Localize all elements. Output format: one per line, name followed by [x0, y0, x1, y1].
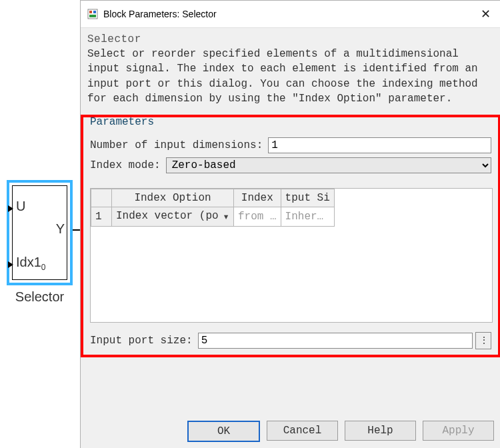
svg-rect-1	[89, 11, 92, 13]
num-input-dimensions-label: Number of input dimensions:	[90, 139, 263, 151]
close-button[interactable]: ✕	[470, 1, 500, 27]
table-corner	[91, 189, 112, 207]
num-input-dimensions-row: Number of input dimensions:	[90, 137, 491, 153]
block-caption: Selector	[7, 289, 73, 305]
table-row[interactable]: 1 Index vector (po▾ from … Inher…	[91, 207, 335, 226]
input-port-size-more-button[interactable]: ⋮	[475, 332, 491, 349]
input-port-size-row: Input port size: ⋮	[90, 332, 491, 349]
block-description: Select or reorder specified elements of …	[87, 47, 494, 107]
index-mode-row: Index mode: Zero-based	[90, 157, 491, 173]
index-option-table[interactable]: Index Option Index tput Si 1 Index vecto…	[90, 188, 493, 323]
index-option-cell[interactable]: Index vector (po▾	[112, 207, 234, 226]
input-port-size-label: Input port size:	[90, 335, 193, 347]
titlebar[interactable]: Block Parameters: Selector ✕	[81, 1, 500, 28]
chevron-down-icon: ▾	[223, 210, 229, 223]
svg-rect-3	[89, 15, 96, 17]
dialog-footer: OK Cancel Help Apply	[187, 421, 494, 442]
close-icon: ✕	[481, 7, 491, 21]
help-button[interactable]: Help	[345, 421, 416, 441]
port-label-idx-text: Idx1	[16, 255, 41, 269]
index-option-cell-text: Index vector (po	[116, 210, 219, 222]
index-cell: from …	[234, 207, 281, 226]
port-label-idx: Idx10	[16, 255, 46, 272]
ok-button[interactable]: OK	[187, 421, 260, 442]
more-icon: ⋮	[479, 335, 488, 346]
col-header-index-option[interactable]: Index Option	[112, 189, 234, 207]
input-port-idx-arrow	[8, 261, 13, 268]
apply-button: Apply	[423, 421, 494, 441]
num-input-dimensions-input[interactable]	[268, 137, 491, 153]
block-parameters-dialog: Block Parameters: Selector ✕ Selector Se…	[80, 0, 500, 448]
port-label-idx-sub: 0	[41, 263, 46, 272]
section-title: Selector	[87, 33, 494, 45]
index-mode-select[interactable]: Zero-based	[166, 157, 491, 173]
col-header-index[interactable]: Index	[234, 189, 281, 207]
selector-block[interactable]: U Y Idx10 Selector	[7, 180, 73, 305]
parameters-group: Parameters Number of input dimensions: I…	[81, 115, 500, 357]
input-port-size-input[interactable]	[198, 333, 473, 349]
parameters-legend: Parameters	[90, 116, 491, 132]
input-port-u-arrow	[8, 205, 13, 212]
output-size-cell: Inher…	[281, 207, 334, 226]
svg-rect-2	[93, 11, 96, 13]
dialog-title: Block Parameters: Selector	[103, 9, 217, 19]
port-label-u: U	[16, 199, 25, 214]
index-mode-label: Index mode:	[90, 159, 161, 171]
port-label-y: Y	[56, 221, 65, 237]
col-header-output-size[interactable]: tput Si	[281, 189, 334, 207]
row-number: 1	[91, 207, 112, 226]
dialog-icon	[87, 9, 98, 19]
cancel-button[interactable]: Cancel	[267, 421, 338, 441]
